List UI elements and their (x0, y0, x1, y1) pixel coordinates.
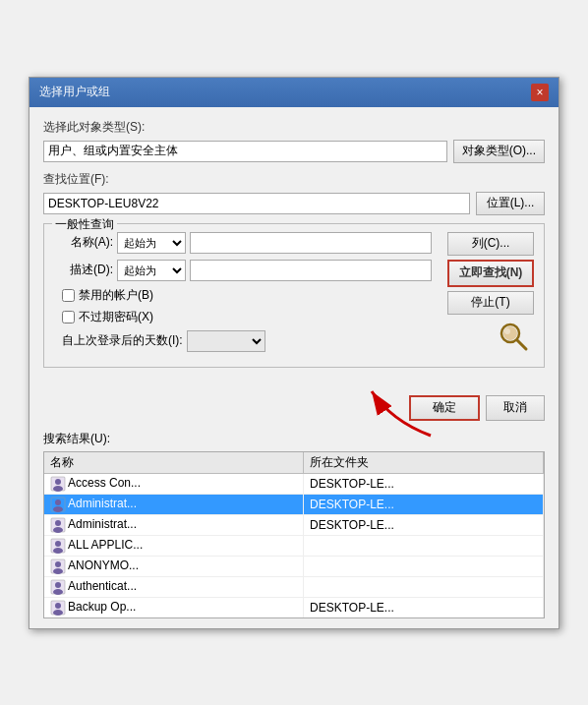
svg-point-16 (53, 548, 63, 554)
row-name: Administrat... (44, 514, 304, 535)
table-row[interactable]: ALL APPLIC... (44, 535, 544, 556)
col-folder-header: 所在文件夹 (304, 452, 544, 474)
search-now-button[interactable]: 立即查找(N) (447, 260, 534, 287)
name-select[interactable]: 起始为 (117, 232, 186, 254)
table-row[interactable]: Authenticat... (44, 576, 544, 597)
object-type-input[interactable] (43, 141, 447, 162)
name-label: 名称(A): (54, 234, 113, 251)
results-table: 名称 所在文件夹 Access Con...DESKTOP-LE... Admi… (44, 452, 544, 618)
col-button[interactable]: 列(C)... (447, 232, 534, 256)
table-header-row: 名称 所在文件夹 (44, 452, 544, 474)
user-icon (50, 497, 66, 512)
row-name: BATCH (44, 617, 304, 618)
desc-input[interactable] (190, 260, 432, 281)
row-folder (304, 576, 544, 597)
results-container[interactable]: 名称 所在文件夹 Access Con...DESKTOP-LE... Admi… (43, 451, 545, 618)
location-input[interactable] (43, 193, 470, 214)
general-query-group: 一般性查询 名称(A): 起始为 描述(D): 起始为 (43, 223, 545, 368)
checkbox2-row: 不过期密码(X) (62, 309, 432, 325)
user-icon (50, 558, 66, 574)
location-row: 位置(L)... (43, 192, 545, 215)
location-label: 查找位置(F): (43, 171, 545, 188)
user-icon (50, 517, 66, 533)
name-row: 名称(A): 起始为 (54, 232, 432, 254)
svg-point-24 (55, 603, 61, 609)
row-folder: DESKTOP-LE... (304, 473, 544, 494)
row-name: Authenticat... (44, 576, 304, 597)
dialog-title: 选择用户或组 (39, 84, 110, 100)
desc-row: 描述(D): 起始为 (54, 260, 432, 281)
desc-select[interactable]: 起始为 (117, 260, 186, 281)
row-folder: DESKTOP-LE... (304, 514, 544, 535)
days-select[interactable] (187, 330, 265, 352)
no-expire-password-checkbox[interactable] (62, 311, 75, 323)
select-user-dialog: 选择用户或组 × 选择此对象类型(S): 对象类型(O)... 查找位置(F):… (29, 77, 559, 629)
group-title: 一般性查询 (52, 216, 117, 233)
row-name: Administrat... (44, 494, 304, 514)
stop-button[interactable]: 停止(T) (447, 291, 534, 315)
svg-point-9 (55, 499, 61, 505)
row-folder (304, 617, 544, 618)
svg-point-21 (55, 582, 61, 588)
row-name: ANONYMO... (44, 556, 304, 576)
days-row: 自上次登录后的天数(I): (62, 330, 432, 352)
row-folder: DESKTOP-LE... (304, 597, 544, 617)
object-type-row: 对象类型(O)... (43, 140, 545, 163)
user-icon (50, 476, 66, 492)
table-row[interactable]: ANONYMO... (44, 556, 544, 576)
row-folder (304, 556, 544, 576)
close-button[interactable]: × (531, 84, 549, 101)
results-label: 搜索结果(U): (43, 431, 545, 447)
table-row[interactable]: Administrat...DESKTOP-LE... (44, 494, 544, 514)
row-name: Backup Op... (44, 597, 304, 617)
magnifier-icon (497, 321, 532, 352)
col-name-header: 名称 (44, 452, 304, 474)
form-area: 名称(A): 起始为 描述(D): 起始为 禁用的帐户(B) (54, 232, 534, 357)
user-icon (50, 600, 66, 616)
form-left: 名称(A): 起始为 描述(D): 起始为 禁用的帐户(B) (54, 232, 432, 357)
svg-line-2 (517, 340, 526, 349)
search-icon-area (495, 319, 534, 354)
table-row[interactable]: BATCH (44, 617, 544, 618)
object-type-button[interactable]: 对象类型(O)... (453, 140, 545, 163)
object-type-label: 选择此对象类型(S): (43, 119, 545, 136)
days-label: 自上次登录后的天数(I): (62, 332, 183, 349)
disabled-accounts-checkbox[interactable] (62, 289, 75, 302)
name-input[interactable] (190, 232, 432, 254)
row-name: Access Con... (44, 473, 304, 494)
location-button[interactable]: 位置(L)... (476, 192, 545, 215)
svg-point-22 (53, 589, 63, 595)
desc-label: 描述(D): (54, 262, 113, 278)
cancel-button[interactable]: 取消 (486, 395, 545, 421)
table-row[interactable]: Backup Op...DESKTOP-LE... (44, 597, 544, 617)
svg-point-7 (53, 486, 63, 492)
svg-point-10 (53, 506, 63, 512)
svg-point-18 (55, 561, 61, 567)
ok-button[interactable]: 确定 (409, 395, 480, 421)
checkbox1-row: 禁用的帐户(B) (62, 287, 432, 304)
title-bar: 选择用户或组 × (29, 78, 559, 107)
svg-point-12 (55, 520, 61, 526)
svg-point-25 (53, 610, 63, 616)
checkbox1-label: 禁用的帐户(B) (79, 287, 153, 304)
row-name: ALL APPLIC... (44, 535, 304, 556)
ok-cancel-row: 确定 取消 (29, 389, 559, 431)
svg-point-6 (55, 479, 61, 485)
dialog-body: 选择此对象类型(S): 对象类型(O)... 查找位置(F): 位置(L)...… (29, 107, 559, 389)
svg-point-3 (504, 328, 510, 334)
svg-point-15 (55, 541, 61, 547)
user-icon (50, 538, 66, 554)
svg-point-19 (53, 568, 63, 574)
results-tbody: Access Con...DESKTOP-LE... Administrat..… (44, 473, 544, 618)
table-row[interactable]: Access Con...DESKTOP-LE... (44, 473, 544, 494)
row-folder: DESKTOP-LE... (304, 494, 544, 514)
user-icon (50, 579, 66, 595)
table-row[interactable]: Administrat...DESKTOP-LE... (44, 514, 544, 535)
bottom-section: 搜索结果(U): 名称 所在文件夹 Access Con...DESKTOP-L… (29, 431, 559, 628)
svg-point-13 (53, 527, 63, 533)
checkbox2-label: 不过期密码(X) (79, 309, 153, 325)
right-buttons: 列(C)... 立即查找(N) 停止(T) (447, 232, 534, 357)
row-folder (304, 535, 544, 556)
